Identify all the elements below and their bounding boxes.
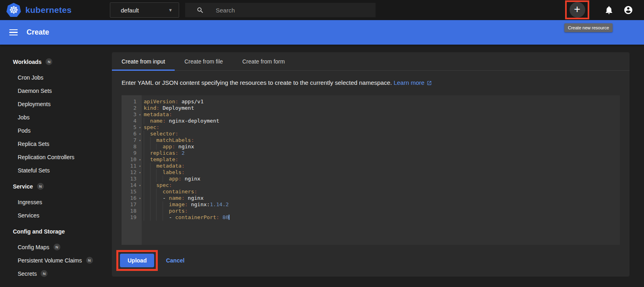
code-line-text: apiVersion: apps/v1 [142,98,204,105]
indent-guides [144,182,156,189]
code-line-text: image: nginx:1.14.2 [142,201,229,208]
code-token: Deployment [159,105,194,111]
sidebar: WorkloadsNCron JobsDaemon SetsDeployment… [0,45,112,287]
sidebar-section-service[interactable]: ServiceN [0,180,112,193]
sidebar-item-replica-sets[interactable]: Replica Sets [0,137,112,150]
sidebar-item-pods[interactable]: Pods [0,124,112,137]
bell-icon [604,5,614,15]
create-new-resource-button[interactable]: + [570,2,585,18]
indent-guides [144,131,150,137]
code-token: : [169,182,172,188]
menu-icon[interactable] [8,28,19,37]
code-line: 4name: nginx-deployment [122,118,620,124]
sidebar-item-cron-jobs[interactable]: Cron Jobs [0,71,112,84]
code-line: 10▾template: [122,156,620,163]
account-button[interactable] [623,5,633,15]
line-number: 6▾ [122,131,142,137]
instruction-text: Enter YAML or JSON content specifying th… [122,79,620,87]
yaml-editor[interactable]: 1apiVersion: apps/v12kind: Deployment3▾m… [122,95,620,245]
fold-marker-icon[interactable]: ▾ [139,112,141,118]
code-token: 1.14.2 [210,201,229,207]
sidebar-item-deployments[interactable]: Deployments [0,97,112,111]
sidebar-item-label: Deployments [18,101,51,107]
indent-guides [144,137,156,144]
sidebar-item-stateful-sets[interactable]: Stateful Sets [0,164,112,177]
top-bar: ☸ kubernetes default ▼ + [0,0,644,20]
sidebar-item-services[interactable]: Services [0,209,112,222]
sidebar-item-jobs[interactable]: Jobs [0,111,112,124]
indent-guides [144,156,150,163]
line-number: 17 [122,201,142,208]
code-token: containerPort [175,214,216,220]
code-line: 9replicas: 2 [122,150,620,156]
sidebar-item-label: Replication Controllers [18,154,74,160]
new-badge: N [54,244,60,250]
fold-marker-icon[interactable]: ▾ [139,137,141,144]
tab-create-from-input[interactable]: Create from input [112,52,175,70]
code-token: replicas [150,150,175,156]
page-title: Create [27,28,49,37]
code-line: 11▾metadata: [122,163,620,169]
code-line: 1apiVersion: apps/v1 [122,98,620,105]
code-line-text: kind: Deployment [142,105,194,111]
kubernetes-logo-icon: ☸ [6,3,21,17]
fold-marker-icon[interactable]: ▾ [139,182,141,189]
code-line: 5▾spec: [122,124,620,131]
sidebar-section-label: Workloads [13,59,41,65]
fold-marker-icon[interactable]: ▾ [139,157,141,163]
brand[interactable]: ☸ kubernetes [6,3,72,17]
search-bar[interactable] [185,3,376,17]
code-token: nginx [175,144,194,150]
text-cursor [229,215,229,220]
sidebar-section-label: Service [13,183,33,190]
sidebar-item-daemon-sets[interactable]: Daemon Sets [0,84,112,97]
code-token: name [150,118,163,124]
indent-guides [144,195,163,201]
code-token: apps/v1 [178,98,204,105]
tab-create-from-file[interactable]: Create from file [175,52,233,70]
code-token: : [185,208,188,214]
code-token: selector [150,131,175,137]
code-line: 2kind: Deployment [122,105,620,111]
code-token: : [156,105,159,111]
code-token [219,214,223,220]
namespace-value: default [121,7,139,14]
sidebar-item-persistent-volume-claims[interactable]: Persistent Volume ClaimsN [0,254,112,267]
fold-marker-icon[interactable]: ▾ [139,125,141,131]
code-line-text: template: [142,156,178,163]
code-token: nginx [182,176,200,182]
indent-guides [144,118,150,124]
fold-marker-icon[interactable]: ▾ [139,195,141,202]
code-line-text: selector: [142,131,178,137]
sidebar-item-ingresses[interactable]: Ingresses [0,195,112,209]
tab-bar: Create from inputCreate from fileCreate … [112,52,630,71]
sidebar-item-replication-controllers[interactable]: Replication Controllers [0,150,112,164]
line-number: 14▾ [122,182,142,189]
line-number: 11▾ [122,163,142,169]
notifications-button[interactable] [604,5,614,15]
sidebar-item-secrets[interactable]: SecretsN [0,267,112,280]
search-input[interactable] [215,6,352,14]
code-token: : [169,111,172,117]
line-number: 2 [122,105,142,111]
code-token: : [175,156,178,162]
code-token: containers [163,189,194,195]
upload-button[interactable]: Upload [120,254,154,267]
line-number: 13 [122,176,142,182]
sidebar-section-config-and-storage[interactable]: Config and Storage [0,225,112,238]
fold-marker-icon[interactable]: ▾ [139,163,141,170]
fold-marker-icon[interactable]: ▾ [139,131,141,137]
code-line: 12▾labels: [122,169,620,176]
learn-more-link[interactable]: Learn more [394,79,432,87]
sidebar-item-config-maps[interactable]: Config MapsN [0,240,112,254]
sidebar-item-label: Cron Jobs [18,74,43,81]
fold-marker-icon[interactable]: ▾ [139,170,141,176]
instruction-body: Enter YAML or JSON content specifying th… [122,79,392,86]
cancel-button[interactable]: Cancel [166,257,184,264]
sidebar-section-workloads[interactable]: WorkloadsN [0,55,112,68]
namespace-selector[interactable]: default ▼ [110,2,179,18]
code-area: 1apiVersion: apps/v12kind: Deployment3▾m… [122,95,620,221]
tab-create-from-form[interactable]: Create from form [233,52,295,70]
line-number: 19 [122,214,142,221]
indent-guides [144,144,163,150]
